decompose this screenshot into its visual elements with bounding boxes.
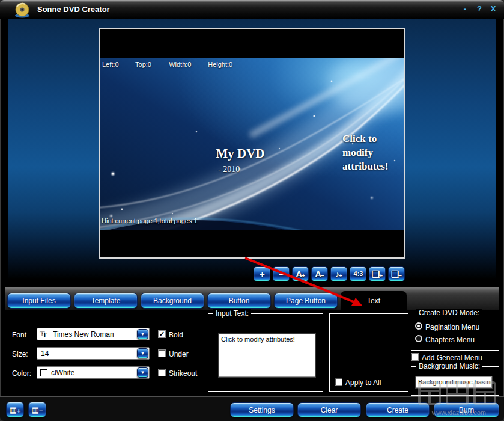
add-general-menu-checkbox[interactable] — [411, 353, 419, 361]
apply-group: Apply to All — [329, 313, 408, 392]
clear-button[interactable]: Clear — [297, 402, 361, 417]
menu-year-text[interactable]: - 2010 — [218, 165, 240, 174]
filmstrip-icon: ▦ — [10, 405, 17, 414]
size-select[interactable]: 14 ▼ — [37, 347, 150, 360]
background-music-group: Background Music: Background music has n… — [411, 366, 499, 396]
tab-button[interactable]: Button — [207, 293, 271, 309]
add-item-button[interactable]: + — [254, 266, 270, 281]
strikeout-label: Strikeout — [169, 369, 197, 378]
aspect-ratio-button[interactable]: 4:3 — [350, 266, 366, 281]
remove-item-button[interactable]: − — [273, 266, 290, 281]
font-label: Font — [12, 331, 26, 339]
add-general-menu-label: Add General Menu — [422, 354, 482, 362]
input-text-group: Input Text: Click to modify attributes! — [208, 313, 323, 392]
chevron-down-icon[interactable]: ▼ — [137, 367, 148, 378]
tab-template[interactable]: Template — [74, 293, 138, 309]
color-swatch — [40, 369, 47, 376]
bold-checkbox[interactable]: ✓ — [158, 330, 166, 338]
filmstrip-icon: ▦ — [32, 405, 39, 414]
apply-to-all-label: Apply to All — [345, 378, 381, 387]
settings-button[interactable]: Settings — [230, 402, 294, 417]
burn-button[interactable]: Burn — [434, 402, 499, 417]
menu-overlay-text[interactable]: Click to modify attributes! — [342, 132, 388, 173]
font-select[interactable]: T T Times New Roman ▼ — [37, 328, 150, 340]
add-frame-button[interactable]: ❏+ — [369, 266, 386, 281]
background-music-group-title: Background Music: — [416, 362, 482, 370]
letterbox-bottom — [100, 230, 404, 257]
tab-page-button[interactable]: Page Button — [274, 293, 338, 309]
minus-icon: − — [279, 269, 284, 278]
input-text-group-title: Input Text: — [213, 309, 251, 318]
pagination-menu-radio[interactable] — [415, 322, 422, 330]
strikeout-checkbox[interactable] — [158, 369, 166, 376]
menu-title-text[interactable]: My DVD — [100, 146, 380, 161]
tab-input-files[interactable]: Input Files — [7, 293, 71, 309]
menu-canvas[interactable]: Left:0 Top:0 Width:0 Height:0 My DVD - 2… — [100, 58, 404, 230]
overlay-line: attributes! — [342, 159, 388, 173]
create-button[interactable]: Create — [366, 402, 430, 417]
overlay-line: Click to — [342, 132, 388, 146]
truetype-icon: T T — [40, 330, 49, 339]
page-hint-text: Hint:current page:1,total pages:1 — [102, 217, 198, 224]
pagination-menu-label: Pagination Menu — [425, 323, 479, 331]
menu-preview-frame: Left:0 Top:0 Width:0 Height:0 My DVD - 2… — [99, 28, 405, 259]
underline-label: Under — [169, 350, 189, 358]
dvd-mode-group: Create DVD Mode: Pagination Menu Chapter… — [411, 313, 499, 351]
selection-coordinates: Left:0 Top:0 Width:0 Height:0 — [102, 61, 232, 68]
input-text-area[interactable]: Click to modify attributes! — [219, 334, 315, 377]
chevron-down-icon[interactable]: ▼ — [137, 348, 148, 358]
remove-video-button[interactable]: ▦− — [28, 402, 46, 417]
title-bar: Sonne DVD Creator - ? X — [0, 0, 504, 19]
check-icon: ✓ — [159, 330, 165, 337]
add-music-button[interactable]: ♪+ — [330, 266, 347, 281]
chevron-down-icon[interactable]: ▼ — [137, 329, 148, 339]
app-window: Sonne DVD Creator - ? X — [0, 0, 504, 421]
coord-height: Height:0 — [208, 61, 232, 68]
window-title: Sonne DVD Creator — [37, 5, 110, 14]
help-icon[interactable]: ? — [475, 4, 484, 14]
minimize-icon[interactable]: - — [460, 4, 470, 14]
letterbox-top — [100, 29, 404, 58]
add-video-button[interactable]: ▦+ — [6, 402, 24, 417]
chapters-menu-label: Chapters Menu — [425, 336, 475, 344]
dvd-mode-group-title: Create DVD Mode: — [416, 309, 482, 317]
bold-label: Bold — [169, 331, 183, 339]
tab-text[interactable]: Text — [341, 291, 407, 310]
dvd-logo-icon — [13, 2, 31, 18]
underline-checkbox[interactable] — [158, 349, 166, 357]
coord-top: Top:0 — [135, 61, 167, 68]
coord-width: Width:0 — [169, 61, 206, 68]
apply-to-all-checkbox[interactable] — [335, 378, 342, 386]
remove-frame-button[interactable]: ❏− — [388, 266, 405, 281]
size-label: Size: — [12, 350, 28, 358]
remove-text-button[interactable]: A− — [311, 266, 328, 281]
tab-background[interactable]: Background — [141, 293, 204, 309]
overlay-line: modify — [342, 146, 388, 159]
add-text-button[interactable]: A+ — [292, 266, 309, 281]
chapters-menu-radio[interactable] — [415, 335, 422, 342]
aspect-ratio-icon: 4:3 — [354, 269, 363, 278]
color-select[interactable]: clWhite ▼ — [37, 366, 150, 379]
plus-icon: + — [260, 269, 265, 278]
close-icon[interactable]: X — [488, 4, 498, 14]
coord-left: Left:0 — [102, 61, 133, 68]
color-label: Color: — [12, 369, 31, 378]
background-music-field[interactable]: Background music has no — [416, 376, 492, 388]
